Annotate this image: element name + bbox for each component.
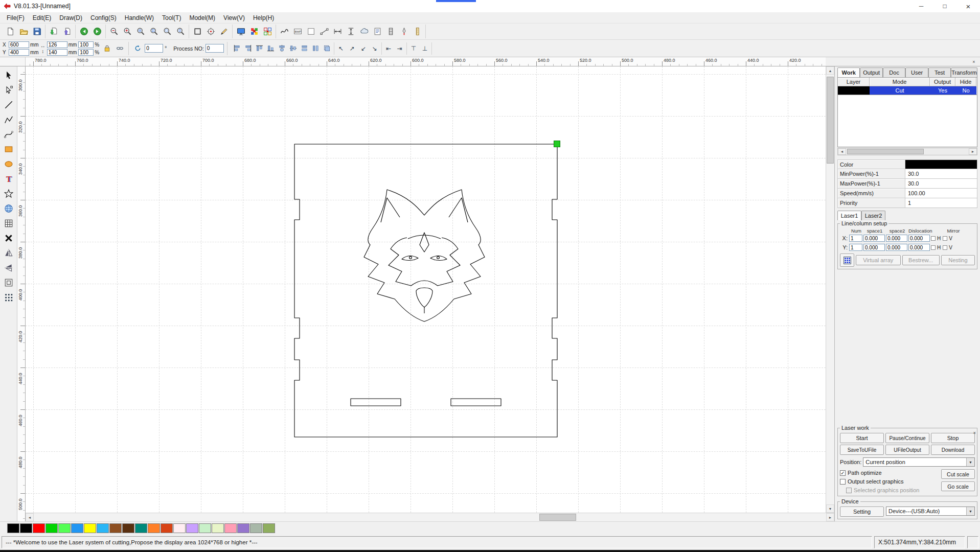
palette-color-2[interactable]	[33, 523, 45, 533]
align-bottom-left-button[interactable]: ↙	[358, 42, 369, 55]
align-center-v-button[interactable]	[288, 42, 299, 55]
position-dropdown[interactable]: Current position ▼	[863, 457, 975, 467]
device-dropdown[interactable]: Device---(USB:Auto) ▼	[886, 507, 975, 516]
palette-color-12[interactable]	[161, 523, 173, 533]
array-x-dislocation-input[interactable]	[908, 235, 930, 242]
mirror-h-checkbox[interactable]	[931, 245, 936, 250]
new-file-button[interactable]	[4, 25, 17, 38]
array-x-num-input[interactable]	[849, 235, 862, 242]
v-measure-button[interactable]	[344, 25, 357, 38]
center-point-button[interactable]	[204, 25, 217, 38]
align-right-button[interactable]	[243, 42, 254, 55]
menu-edit[interactable]: Edit(E)	[29, 13, 56, 22]
zoom-in-button[interactable]	[121, 25, 134, 38]
width-input[interactable]	[47, 41, 67, 48]
palette-color-9[interactable]	[122, 523, 134, 533]
preview-button[interactable]	[234, 25, 247, 38]
distribute-top-button[interactable]: ⊤	[408, 42, 419, 55]
tab-laser1[interactable]: Laser1	[837, 211, 861, 220]
bmp-convert-button[interactable]	[291, 25, 304, 38]
zoom-out-button[interactable]	[107, 25, 121, 38]
path-optimize-checkbox[interactable]: ✓	[840, 470, 846, 476]
star-button[interactable]	[2, 187, 16, 201]
mirror-v-checkbox[interactable]	[943, 245, 947, 250]
layer-scrollbar[interactable]: ◄ ►	[837, 148, 977, 155]
ruler-button[interactable]	[411, 25, 424, 38]
nesting-button[interactable]: Nesting	[941, 255, 975, 265]
menu-handle[interactable]: Handle(W)	[121, 13, 158, 22]
palette-color-8[interactable]	[109, 523, 122, 533]
node-reflect-button[interactable]	[317, 25, 331, 38]
array-y-space1-input[interactable]	[863, 244, 885, 251]
cut-simulate-button[interactable]	[247, 25, 261, 38]
line-button[interactable]	[2, 98, 16, 112]
align-top-left-button[interactable]: ↖	[335, 42, 347, 55]
undo-button[interactable]	[77, 25, 90, 38]
scroll-up-button[interactable]: ▲	[826, 66, 834, 75]
palette-color-6[interactable]	[84, 523, 96, 533]
horizontal-scrollbar[interactable]: ◄ ►	[26, 513, 834, 521]
h-measure-button[interactable]	[331, 25, 344, 38]
maximize-button[interactable]: □	[933, 0, 956, 12]
prop-value-color[interactable]	[905, 159, 977, 169]
frame-select-button[interactable]	[191, 25, 204, 38]
stop-button[interactable]: Stop	[931, 433, 975, 443]
mirror-h-checkbox[interactable]	[931, 236, 936, 241]
align-bottom-right-button[interactable]: ↘	[369, 42, 380, 55]
image-button[interactable]	[2, 201, 16, 216]
menu-draw[interactable]: Draw(D)	[55, 13, 86, 22]
prop-value-maxpower-1[interactable]: 30.0	[905, 179, 977, 189]
array-y-dislocation-input[interactable]	[908, 244, 930, 251]
import-button[interactable]	[47, 25, 60, 38]
palette-color-3[interactable]	[45, 523, 58, 533]
layer-hide-cell[interactable]: No	[955, 86, 976, 95]
scroll-left-button[interactable]: ◄	[838, 148, 846, 155]
save-to-ufile-button[interactable]: SaveToUFile	[840, 445, 884, 455]
tab-user[interactable]: User	[905, 67, 928, 77]
array-y-space2-input[interactable]	[886, 244, 907, 251]
link-scale-button[interactable]	[114, 42, 125, 55]
redo-button[interactable]	[90, 25, 104, 38]
selection-handle[interactable]	[554, 141, 560, 147]
design-slot[interactable]	[451, 399, 501, 406]
palette-color-7[interactable]	[97, 523, 109, 533]
text-button[interactable]	[2, 172, 16, 186]
menu-view[interactable]: View(V)	[219, 13, 249, 22]
lock-aspect-button[interactable]	[101, 42, 112, 55]
tab-transform[interactable]: Transform	[951, 67, 977, 77]
tab-test[interactable]: Test	[928, 67, 951, 77]
layer-output-cell[interactable]: Yes	[930, 86, 955, 95]
menu-help[interactable]: Help(H)	[249, 13, 278, 22]
minimize-button[interactable]: ─	[909, 0, 933, 12]
rectangle-button[interactable]	[2, 142, 16, 156]
y-position-input[interactable]	[9, 49, 29, 56]
space-v-button[interactable]: ⇥	[394, 42, 405, 55]
laser-pen-button[interactable]	[397, 25, 411, 38]
rotate-angle-input[interactable]	[145, 44, 163, 53]
layer-color-cell[interactable]	[838, 86, 870, 95]
horizontal-scroll-thumb[interactable]	[539, 514, 576, 521]
pause-continue-button[interactable]: Pause/Continue	[885, 433, 929, 443]
trim-button[interactable]	[304, 25, 317, 38]
virtual-array-button[interactable]: Virtual array	[856, 255, 901, 265]
array-button[interactable]	[2, 290, 16, 305]
scroll-right-button[interactable]: ►	[826, 513, 834, 521]
palette-color-11[interactable]	[148, 523, 160, 533]
download-button[interactable]: Download	[931, 445, 975, 455]
zoom-all-button[interactable]	[147, 25, 161, 38]
palette-color-16[interactable]	[212, 523, 224, 533]
scroll-left-button[interactable]: ◄	[26, 513, 34, 521]
ufile-output-button[interactable]: UFileOutput	[885, 445, 929, 455]
palette-color-18[interactable]	[237, 523, 249, 533]
palette-color-19[interactable]	[250, 523, 262, 533]
layer-scroll-thumb[interactable]	[847, 149, 924, 154]
curve-smooth-button[interactable]	[278, 25, 291, 38]
align-left-button[interactable]	[232, 42, 243, 55]
vertical-scrollbar[interactable]: ▲ ▼	[826, 66, 834, 513]
align-center-h-button[interactable]	[277, 42, 288, 55]
palette-color-4[interactable]	[58, 523, 71, 533]
offset-button[interactable]	[2, 275, 16, 290]
array-x-space1-input[interactable]	[863, 235, 885, 242]
power-ruler-button[interactable]	[384, 25, 397, 38]
menu-config[interactable]: Config(S)	[86, 13, 121, 22]
